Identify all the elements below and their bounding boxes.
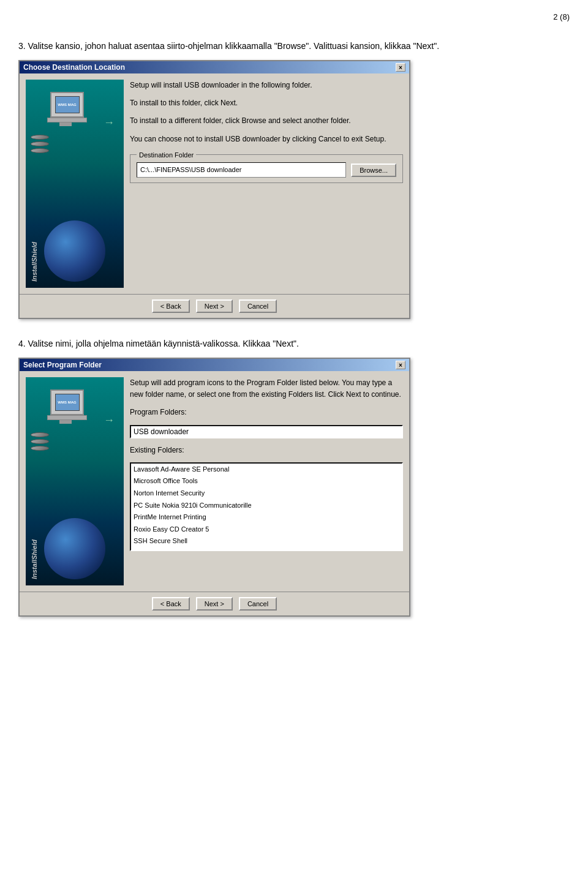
folders-list[interactable]: Lavasoft Ad-Aware SE PersonalMicrosoft O… <box>130 462 403 551</box>
discs-group <box>31 135 49 155</box>
dialog2-discs <box>31 432 49 453</box>
dialog2-disc1 <box>31 432 49 437</box>
dialog1-title: Choose Destination Location <box>23 63 125 72</box>
dialog2-monitor: WMS MAG <box>50 389 84 415</box>
program-folders-label: Program Folders: <box>130 407 403 418</box>
folder-item[interactable]: Roxio Easy CD Creator 5 <box>131 524 402 536</box>
dialog1-close-button[interactable]: × <box>396 63 405 72</box>
section4-text: 4. Valitse nimi, jolla ohjelma nimetään … <box>18 337 570 350</box>
folder-item[interactable]: Microsoft Office Tools <box>131 475 402 487</box>
folder-item[interactable]: Norton Internet Security <box>131 487 402 500</box>
destination-path-field: C:\...\FINEPASS\USB downloader <box>137 162 346 178</box>
dialog2-next-button[interactable]: Next > <box>196 597 233 611</box>
dialog2-titlebar: Select Program Folder × <box>20 359 409 371</box>
existing-folders-label: Existing Folders: <box>130 445 403 456</box>
dialog2-sidebar: WMS MAG → InstallShield <box>26 377 124 585</box>
dialog2-buttons: < Back Next > Cancel <box>20 592 409 615</box>
computer-base <box>47 118 87 122</box>
program-folder-input[interactable] <box>130 425 403 438</box>
globe <box>44 220 105 282</box>
folder-item[interactable]: Lavasoft Ad-Aware SE Personal <box>131 464 402 476</box>
dialog1-back-button[interactable]: < Back <box>152 299 190 313</box>
dialog2-disc3 <box>31 446 49 451</box>
dialog1-next-button[interactable]: Next > <box>196 299 233 313</box>
disc2 <box>31 141 49 146</box>
dialog2-globe <box>44 518 105 579</box>
dialog2-computer-stand <box>59 420 72 424</box>
section3-text: 3. Valitse kansio, johon haluat asentaa … <box>18 40 570 53</box>
dialog2-back-button[interactable]: < Back <box>152 597 190 611</box>
screen-text: WMS MAG <box>58 103 76 107</box>
dialog1-sidebar: WMS MAG → InstallShield <box>26 80 124 288</box>
destination-group-label: Destination Folder <box>137 150 196 161</box>
dialog1-body: WMS MAG → InstallShield Setup will insta… <box>20 73 409 294</box>
dialog2-disc2 <box>31 439 49 444</box>
dialog1-titlebar: Choose Destination Location × <box>20 61 409 73</box>
dialog2-installshield-label: InstallShield <box>31 539 38 579</box>
dialog1-cancel-button[interactable]: Cancel <box>239 299 277 313</box>
installshield-label: InstallShield <box>31 242 38 282</box>
dialog1-para2: To install to this folder, click Next. <box>130 97 403 109</box>
dialog2-screen-text: WMS MAG <box>58 400 76 404</box>
dialog2-arrow: → <box>104 414 115 427</box>
disc1 <box>31 135 49 140</box>
computer-stand <box>59 122 72 126</box>
dialog1-para1: Setup will install USB downloader in the… <box>130 80 403 91</box>
dialog1-buttons: < Back Next > Cancel <box>20 294 409 318</box>
dialog2-screen: WMS MAG <box>55 394 80 411</box>
folder-item[interactable]: Startup <box>131 547 402 551</box>
dialog2-cancel-button[interactable]: Cancel <box>239 597 277 611</box>
dialog2-title: Select Program Folder <box>23 361 102 369</box>
destination-folder-group: Destination Folder C:\...\FINEPASS\USB d… <box>130 154 403 184</box>
dialog1-content: Setup will install USB downloader in the… <box>130 80 403 288</box>
page-number: 2 (8) <box>18 12 570 21</box>
screen: WMS MAG <box>55 96 80 113</box>
folder-item[interactable]: PC Suite Nokia 9210i Communicatorille <box>131 500 402 512</box>
browse-button[interactable]: Browse... <box>351 164 396 177</box>
dialog2-content: Setup will add program icons to the Prog… <box>130 377 403 585</box>
folder-item[interactable]: SSH Secure Shell <box>131 535 402 547</box>
destination-path-row: C:\...\FINEPASS\USB downloader Browse... <box>137 162 396 178</box>
dialog1-para3: To install to a different folder, click … <box>130 115 403 127</box>
dialog2-para1: Setup will add program icons to the Prog… <box>130 377 403 400</box>
monitor: WMS MAG <box>50 92 84 118</box>
dialog-select-program-folder: Select Program Folder × WMS MAG → <box>18 358 410 617</box>
disc3 <box>31 148 49 153</box>
dialog2-computer-base <box>47 415 87 420</box>
folder-item[interactable]: PrintMe Internet Printing <box>131 511 402 524</box>
dialog2-close-button[interactable]: × <box>396 361 405 369</box>
dialog-choose-destination: Choose Destination Location × WMS MAG <box>18 60 410 319</box>
dialog1-para4: You can choose not to install USB downlo… <box>130 133 403 145</box>
dialog2-body: WMS MAG → InstallShield Setup will add p… <box>20 371 409 592</box>
arrow-decoration: → <box>104 116 115 129</box>
